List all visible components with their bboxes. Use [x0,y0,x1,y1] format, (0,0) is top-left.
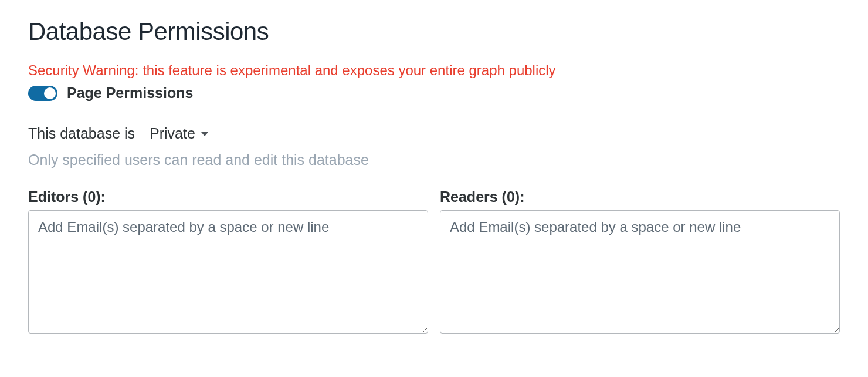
privacy-description: Only specified users can read and edit t… [28,152,840,169]
editors-label: Editors (0): [28,188,428,206]
privacy-select[interactable]: Private [146,124,212,143]
readers-label: Readers (0): [440,188,840,206]
security-warning: Security Warning: this feature is experi… [28,62,840,79]
page-title: Database Permissions [28,18,840,46]
privacy-prefix: This database is [28,125,135,142]
page-permissions-toggle[interactable] [28,86,57,101]
editors-column: Editors (0): [28,188,428,334]
privacy-row: This database is Private [28,124,840,143]
permissions-columns: Editors (0): Readers (0): [28,188,840,334]
page-permissions-label: Page Permissions [67,85,193,102]
readers-input[interactable] [440,210,840,334]
editors-input[interactable] [28,210,428,334]
readers-column: Readers (0): [440,188,840,334]
privacy-value: Private [150,125,195,142]
chevron-down-icon [201,132,208,136]
page-permissions-toggle-row: Page Permissions [28,85,840,102]
